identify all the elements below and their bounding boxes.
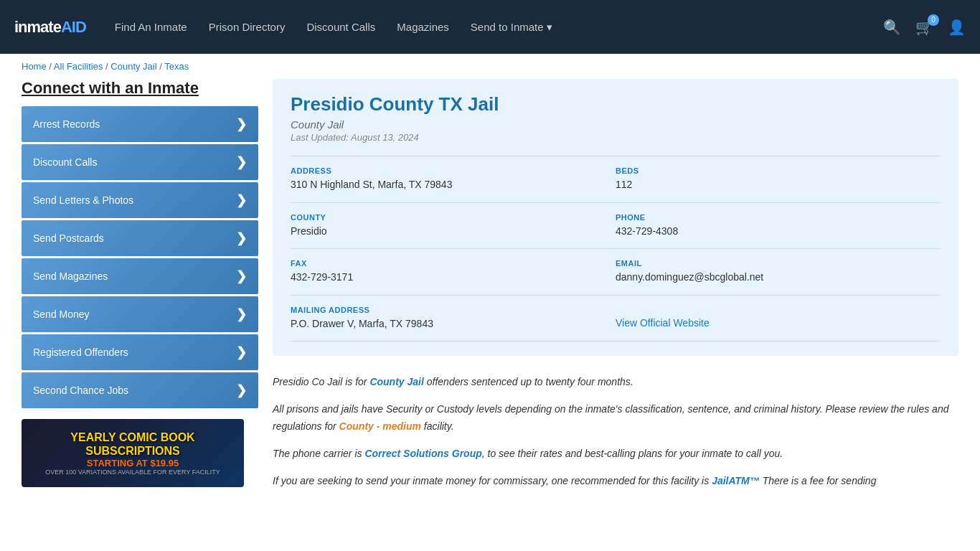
nav-discount-calls[interactable]: Discount Calls (306, 21, 375, 33)
sidebar-item-discount-calls[interactable]: Discount Calls ❯ (22, 144, 258, 180)
sidebar-item-label: Send Money (33, 309, 90, 320)
desc-para-4: If you are seeking to send your inmate m… (273, 473, 958, 490)
sidebar-item-label: Send Letters & Photos (33, 194, 133, 206)
county-medium-link[interactable]: County - medium (339, 420, 421, 432)
sidebar: Connect with an Inmate Arrest Records ❯ … (22, 79, 258, 503)
fax-label: FAX (291, 259, 616, 268)
nav-find-inmate[interactable]: Find An Inmate (115, 21, 187, 33)
facility-updated: Last Updated: August 13, 2024 (291, 132, 941, 143)
desc-para-1: Presidio Co Jail is for County Jail offe… (273, 374, 958, 391)
mailing-value: P.O. Drawer V, Marfa, TX 79843 (291, 317, 616, 331)
facility-card: Presidio County TX Jail County Jail Last… (273, 79, 958, 356)
view-official-website-link[interactable]: View Official Website (616, 317, 710, 329)
cart-badge: 0 (928, 14, 939, 26)
sidebar-item-registered-offenders[interactable]: Registered Offenders ❯ (22, 334, 258, 370)
arrow-icon: ❯ (236, 382, 247, 398)
mailing-label: MAILING ADDRESS (291, 306, 616, 314)
sidebar-title: Connect with an Inmate (22, 79, 258, 98)
arrow-icon: ❯ (236, 344, 247, 360)
ad-note: OVER 100 VARIATIONS AVAILABLE FOR EVERY … (45, 468, 220, 476)
desc-para-3: The phone carrier is Correct Solutions G… (273, 446, 958, 463)
county-value: Presidio (291, 225, 616, 239)
sidebar-item-label: Second Chance Jobs (33, 385, 128, 396)
arrow-icon: ❯ (236, 306, 247, 322)
sidebar-item-label: Send Magazines (33, 270, 108, 282)
sidebar-item-label: Registered Offenders (33, 347, 128, 358)
ad-title: YEARLY COMIC BOOKSUBSCRIPTIONS (45, 430, 220, 458)
address-label: ADDRESS (291, 166, 616, 175)
facility-type: County Jail (291, 118, 941, 131)
arrow-icon: ❯ (236, 116, 247, 132)
sidebar-item-label: Send Postcards (33, 232, 104, 244)
mailing-cell: MAILING ADDRESS P.O. Drawer V, Marfa, TX… (291, 296, 616, 342)
beds-value: 112 (616, 178, 941, 192)
breadcrumb-home[interactable]: Home (22, 61, 47, 72)
user-icon[interactable]: 👤 (948, 19, 966, 36)
fax-cell: FAX 432-729-3171 (291, 249, 616, 296)
jailatm-link[interactable]: JailATM™ (712, 475, 760, 486)
breadcrumb-texas[interactable]: Texas (164, 61, 189, 72)
sidebar-item-second-chance-jobs[interactable]: Second Chance Jobs ❯ (22, 372, 258, 408)
county-label: COUNTY (291, 213, 616, 222)
sidebar-item-label: Discount Calls (33, 156, 97, 168)
beds-cell: BEDS 112 (616, 156, 941, 203)
desc-para-2: All prisons and jails have Security or C… (273, 401, 958, 435)
arrow-icon: ❯ (236, 154, 247, 170)
header: inmateAID Find An Inmate Prison Director… (0, 0, 980, 54)
email-value: danny.dominguez@sbcglobal.net (616, 270, 941, 285)
ad-subtitle: Starting at $19.95 (45, 458, 220, 468)
address-value: 310 N Highland St, Marfa, TX 79843 (291, 178, 616, 192)
cart-wrapper[interactable]: 🛒 0 (915, 19, 933, 36)
correct-solutions-link[interactable]: Correct Solutions Group (364, 448, 481, 459)
sidebar-menu: Arrest Records ❯ Discount Calls ❯ Send L… (22, 106, 258, 408)
ad-banner[interactable]: YEARLY COMIC BOOKSUBSCRIPTIONS Starting … (22, 419, 244, 487)
search-icon[interactable]: 🔍 (883, 19, 901, 36)
logo-text: inmateAID (14, 18, 86, 37)
phone-label: PHONE (616, 213, 941, 222)
sidebar-item-label: Arrest Records (33, 118, 100, 130)
sidebar-item-send-postcards[interactable]: Send Postcards ❯ (22, 220, 258, 256)
content: Presidio County TX Jail County Jail Last… (273, 79, 958, 503)
nav-prison-directory[interactable]: Prison Directory (209, 21, 286, 33)
description: Presidio Co Jail is for County Jail offe… (273, 370, 958, 503)
arrow-icon: ❯ (236, 230, 247, 246)
breadcrumb-all-facilities[interactable]: All Facilities (54, 61, 103, 72)
logo[interactable]: inmateAID (14, 18, 86, 37)
email-label: EMAIL (616, 259, 941, 268)
main-container: Connect with an Inmate Arrest Records ❯ … (0, 79, 980, 503)
facility-name: Presidio County TX Jail (291, 93, 941, 116)
phone-value: 432-729-4308 (616, 225, 941, 239)
arrow-icon: ❯ (236, 192, 247, 208)
sidebar-item-send-magazines[interactable]: Send Magazines ❯ (22, 258, 258, 294)
county-jail-link-1[interactable]: County Jail (369, 376, 423, 387)
breadcrumb: Home / All Facilities / County Jail / Te… (0, 54, 980, 79)
phone-cell: PHONE 432-729-4308 (616, 203, 941, 250)
sidebar-item-send-money[interactable]: Send Money ❯ (22, 296, 258, 332)
county-cell: COUNTY Presidio (291, 203, 616, 250)
sidebar-item-send-letters[interactable]: Send Letters & Photos ❯ (22, 182, 258, 218)
email-cell: EMAIL danny.dominguez@sbcglobal.net (616, 249, 941, 296)
arrow-icon: ❯ (236, 268, 247, 284)
fax-value: 432-729-3171 (291, 270, 616, 285)
ad-content: YEARLY COMIC BOOKSUBSCRIPTIONS Starting … (38, 423, 227, 483)
address-cell: ADDRESS 310 N Highland St, Marfa, TX 798… (291, 156, 616, 203)
header-right: 🔍 🛒 0 👤 (883, 19, 966, 36)
breadcrumb-county-jail[interactable]: County Jail (110, 61, 156, 72)
website-placeholder-label (616, 306, 941, 314)
main-nav: Find An Inmate Prison Directory Discount… (115, 21, 883, 34)
website-cell: View Official Website (616, 296, 941, 342)
sidebar-item-arrest-records[interactable]: Arrest Records ❯ (22, 106, 258, 142)
nav-send-to-inmate[interactable]: Send to Inmate ▾ (471, 21, 552, 34)
beds-label: BEDS (616, 166, 941, 175)
nav-magazines[interactable]: Magazines (397, 21, 449, 33)
info-grid: ADDRESS 310 N Highland St, Marfa, TX 798… (291, 156, 941, 342)
